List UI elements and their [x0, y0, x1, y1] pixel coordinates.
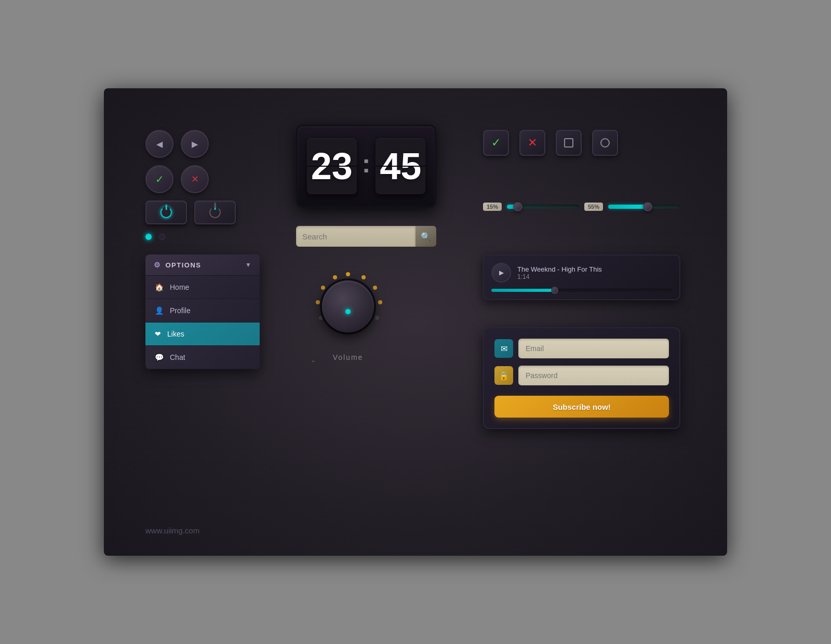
search-bar: 🔍 [296, 226, 436, 247]
svg-point-3 [378, 300, 382, 304]
volume-minus: - [312, 356, 315, 367]
music-info: The Weeknd - High For This 1:14 [517, 265, 672, 280]
sliders-section: 15% 55% [483, 203, 680, 218]
svg-point-2 [373, 286, 377, 290]
music-player: ▶ The Weeknd - High For This 1:14 [483, 254, 680, 300]
svg-point-0 [346, 272, 350, 276]
lock-icon: 🔒 [494, 366, 513, 385]
menu-header[interactable]: ⚙ OPTIONS ▼ [145, 254, 260, 276]
slider-2-thumb[interactable] [643, 202, 652, 211]
flip-hours: 23 [307, 138, 357, 194]
checkbox-checked[interactable]: ✓ [483, 130, 509, 156]
volume-section: - Volume [306, 265, 390, 361]
email-input[interactable] [518, 339, 669, 358]
svg-point-8 [319, 316, 323, 320]
slider-1-track[interactable] [507, 205, 579, 209]
slider-1-value: 15% [483, 203, 502, 211]
power-button-2[interactable] [194, 200, 236, 224]
progress-fill [491, 289, 555, 292]
music-top: ▶ The Weeknd - High For This 1:14 [491, 263, 672, 283]
search-input[interactable] [296, 226, 416, 247]
watermark: www.uiimg.com [145, 526, 199, 535]
chevron-down-icon: ▼ [245, 261, 251, 269]
music-time: 1:14 [517, 273, 672, 280]
led-row [145, 232, 236, 240]
check-button[interactable]: ✓ [145, 165, 173, 193]
controls-row-1: ✓ ✕ [483, 130, 618, 156]
power-button-1[interactable] [145, 200, 187, 224]
svg-point-7 [316, 300, 320, 304]
radio-icon [600, 138, 610, 147]
flip-minutes: 45 [376, 138, 425, 194]
play-icon: ▶ [499, 269, 504, 276]
volume-knob[interactable] [322, 280, 374, 332]
password-field-row: 🔒 [494, 366, 669, 385]
led-inactive [159, 234, 165, 240]
menu-item-likes-label: Likes [167, 330, 184, 338]
buttons-section: ◀ ▶ ✓ ✕ [145, 130, 236, 240]
controls-section: ✓ ✕ [483, 130, 618, 156]
search-button[interactable]: 🔍 [416, 226, 436, 247]
close-button[interactable]: ✕ [181, 165, 209, 193]
flip-separator: : [362, 149, 371, 179]
menu-item-home[interactable]: 🏠 Home [145, 276, 260, 299]
main-canvas: ◀ ▶ ✓ ✕ [104, 88, 727, 556]
password-input[interactable] [518, 366, 669, 385]
check-close-row: ✓ ✕ [145, 165, 236, 193]
volume-label: Volume [333, 353, 364, 361]
slider-2-track[interactable] [608, 205, 680, 209]
checkmark-icon: ✓ [491, 136, 501, 150]
knob-container [306, 265, 390, 348]
menu-item-profile-label: Profile [170, 306, 191, 315]
slider-row-1: 15% 55% [483, 203, 680, 211]
menu-title: OPTIONS [166, 261, 202, 269]
search-icon: 🔍 [421, 232, 431, 242]
svg-point-1 [361, 275, 366, 279]
chat-icon: 💬 [155, 353, 164, 361]
hours-display: 23 [311, 147, 353, 185]
slider-2-fill [608, 205, 648, 209]
slider-2-value: 55% [584, 203, 603, 211]
prev-button[interactable]: ◀ [145, 130, 173, 158]
knob-led [345, 309, 351, 314]
gear-icon: ⚙ [154, 261, 162, 269]
checkbox-square[interactable] [556, 130, 582, 156]
next-icon: ▶ [192, 139, 198, 149]
radio-button[interactable] [592, 130, 618, 156]
email-icon: ✉ [494, 339, 513, 358]
led-active [145, 234, 152, 240]
progress-thumb[interactable] [551, 287, 558, 294]
heart-icon: ❤ [155, 330, 161, 338]
menu-item-chat[interactable]: 💬 Chat [145, 346, 260, 369]
arrow-buttons-row: ◀ ▶ [145, 130, 236, 158]
login-form: ✉ 🔒 Subscribe now! [483, 327, 680, 429]
menu-item-profile[interactable]: 👤 Profile [145, 299, 260, 323]
music-title: The Weeknd - High For This [517, 265, 672, 273]
checkbox-cross[interactable]: ✕ [519, 130, 545, 156]
menu-item-home-label: Home [170, 283, 189, 291]
profile-icon: 👤 [155, 306, 164, 315]
close-icon: ✕ [191, 173, 199, 185]
progress-track[interactable] [491, 289, 672, 292]
flip-clock: 23 : 45 [296, 125, 436, 208]
next-button[interactable]: ▶ [181, 130, 209, 158]
check-icon: ✓ [155, 173, 164, 185]
svg-point-6 [321, 286, 325, 290]
power-icon-1 [160, 207, 172, 218]
slider-1-thumb[interactable] [513, 202, 522, 211]
subscribe-button[interactable]: Subscribe now! [494, 396, 669, 418]
menu-item-chat-label: Chat [170, 353, 185, 361]
menu-item-likes[interactable]: ❤ Likes [145, 323, 260, 346]
power-buttons-row [145, 200, 236, 224]
svg-point-5 [333, 275, 337, 279]
prev-icon: ◀ [156, 139, 163, 149]
svg-point-4 [375, 316, 379, 320]
home-icon: 🏠 [155, 283, 164, 291]
menu-header-left: ⚙ OPTIONS [154, 261, 202, 269]
cross-icon: ✕ [528, 136, 537, 150]
square-icon [564, 138, 573, 147]
play-button[interactable]: ▶ [491, 263, 511, 283]
email-field-row: ✉ [494, 339, 669, 358]
options-menu: ⚙ OPTIONS ▼ 🏠 Home 👤 Profile ❤ Likes 💬 C… [145, 254, 260, 369]
power-icon-2 [209, 207, 221, 218]
